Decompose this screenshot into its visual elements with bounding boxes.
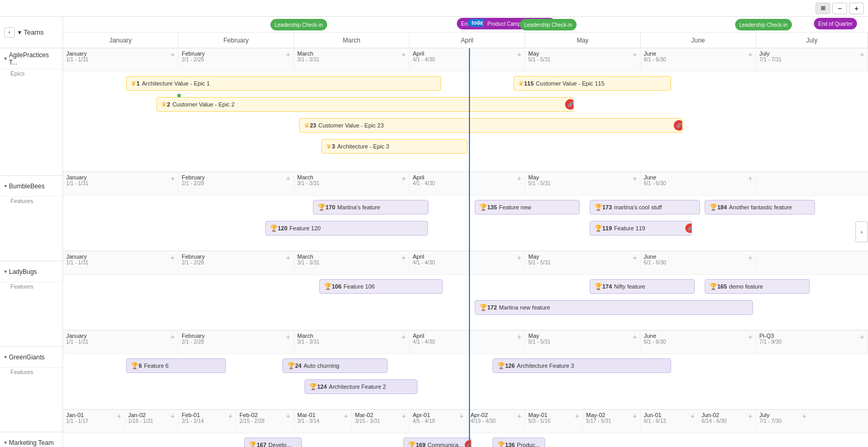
add-mkt-mar01[interactable]: + <box>344 412 348 420</box>
add-mkt-apr02[interactable]: + <box>517 412 521 420</box>
add-jan-button[interactable]: + <box>171 50 175 59</box>
link-icon-169[interactable]: 🔗 <box>465 440 472 447</box>
epic-bar-115[interactable]: ♛ 115 Customer Value - Epic 115 <box>514 76 671 91</box>
sidebar-header: ‹ ▾ Teams <box>0 17 62 48</box>
add-mkt-feb02[interactable]: + <box>286 412 290 420</box>
feature-bar-120[interactable]: 🏆 120 Feature 120 <box>265 221 428 236</box>
nav-left-button[interactable]: ‹ <box>4 27 15 38</box>
feature-bar-165[interactable]: 🏆 165 demo feature <box>705 279 810 294</box>
add-lb-apr[interactable]: + <box>517 253 521 262</box>
add-gg-may[interactable]: + <box>633 333 637 341</box>
agile-section: January 1/1 - 1/31 + February 2/1 - 2/28 <box>63 48 868 172</box>
add-may-button[interactable]: + <box>633 50 637 59</box>
add-gg-jan[interactable]: + <box>171 333 175 341</box>
add-lb-mar[interactable]: + <box>402 253 406 262</box>
add-lb-may[interactable]: + <box>633 253 637 262</box>
add-bb-feb[interactable]: + <box>286 174 290 183</box>
sidebar-item-bumblebees[interactable]: ▾ BumbleBees <box>0 176 62 197</box>
add-jun-button[interactable]: + <box>748 50 752 59</box>
ladybugs-features-area: 🏆 106 Feature 106 🏆 174 Nifty feature <box>63 275 868 330</box>
add-gg-jun[interactable]: + <box>748 333 752 341</box>
epic-bar-23[interactable]: ♛ 23 Customer Value - Epic 23 🔗 <box>299 118 683 133</box>
add-apr-button[interactable]: + <box>517 50 521 59</box>
feature-bar-167[interactable]: 🏆 167 Develo... <box>244 438 302 447</box>
greengiants-section: January1/1 - 1/31 + February2/1 - 2/28 + <box>63 331 868 410</box>
add-mkt-may02[interactable]: + <box>633 412 637 420</box>
add-bb-jan[interactable]: + <box>171 174 175 183</box>
add-mkt-feb01[interactable]: + <box>228 412 233 420</box>
epic-bar-3[interactable]: ♛ 3 Architecture - Epic 3 <box>321 139 467 154</box>
gg-may-cell: May5/1 - 5/31 + <box>525 331 641 354</box>
chevron-down-icon: ▾ <box>4 440 7 445</box>
add-gg-mar[interactable]: + <box>402 333 406 341</box>
timeline-container: ‹ ▾ Teams ▾ AgilePractices T... Epics <box>0 17 868 447</box>
teams-label[interactable]: ▾ Teams <box>18 28 44 36</box>
month-header-jun: June <box>641 33 756 48</box>
add-mar-button[interactable]: + <box>402 50 406 59</box>
add-mkt-jun02[interactable]: + <box>748 412 752 420</box>
add-mkt-jan02[interactable]: + <box>171 412 175 420</box>
grid-view-button[interactable]: ⊞ <box>815 3 830 14</box>
link-icon-119[interactable]: 🔗 <box>685 224 692 233</box>
bumblebees-features-area: 🏆 170 Martina's feature 🏆 135 Feature ne… <box>63 196 868 251</box>
feature-bar-6[interactable]: 🏆 6 Feature 6 <box>126 358 226 373</box>
add-gg-pi[interactable]: + <box>860 333 864 341</box>
feature-bar-184[interactable]: 🏆 184 Another fantastic feature <box>705 200 815 215</box>
zoom-in-button[interactable]: + <box>849 3 864 14</box>
feature-bar-169[interactable]: 🏆 169 Communica... 🔗 <box>403 438 472 447</box>
link-icon-epic23[interactable]: 🔗 <box>674 120 683 131</box>
agile-jun-cell: June 6/1 - 6/30 + <box>641 48 756 71</box>
gg-pi-cell: Pi-Q37/1 - 9/30 + <box>756 331 868 354</box>
add-mkt-may01[interactable]: + <box>575 412 579 420</box>
feature-bar-135[interactable]: 🏆 135 Feature new <box>475 200 580 215</box>
epic-bar-2[interactable]: ♛ 2 Customer Value - Epic 2 🔗 <box>156 97 574 112</box>
feature-bar-174[interactable]: 🏆 174 Nifty feature <box>590 279 695 294</box>
add-bb-apr[interactable]: + <box>517 174 521 183</box>
feature-bar-172[interactable]: 🏆 172 Martina new feature <box>475 300 753 315</box>
event-leadership-checkin-apr: Leadership Check-in <box>520 19 577 30</box>
add-mkt-mar02[interactable]: + <box>402 412 406 420</box>
epic-bar-1[interactable]: ♛ 1 Architecture Value - Epic 1 <box>126 76 441 91</box>
nav-right-button[interactable]: › <box>855 221 868 242</box>
lb-feb-cell: February2/1 - 2/28 + <box>179 251 294 274</box>
team-group-greengiants: ▾ GreenGiants Features <box>0 347 62 377</box>
sidebar-item-ladybugs[interactable]: ▾ LadyBugs <box>0 261 62 282</box>
timeline-scroll[interactable]: Leadership Check-in End of Quarter today… <box>63 17 868 447</box>
sidebar-item-marketing[interactable]: ▾ Marketing Team <box>0 432 62 447</box>
feature-bar-136[interactable]: 🏆 136 Produc... <box>493 438 545 447</box>
add-lb-jun[interactable]: + <box>748 253 752 262</box>
add-mkt-apr01[interactable]: + <box>459 412 464 420</box>
add-lb-feb[interactable]: + <box>286 253 290 262</box>
add-mkt-jan01[interactable]: + <box>117 412 121 420</box>
add-mkt-jul[interactable]: + <box>802 412 807 420</box>
agile-sub-label: Epics <box>0 69 62 79</box>
agile-jul-cell: July 7/1 - 7/31 + <box>756 48 868 71</box>
event-end-of-quarter-jun: End of Quarter <box>814 18 857 29</box>
sidebar-item-agile[interactable]: ▾ AgilePractices T... <box>0 48 62 69</box>
feature-bar-24[interactable]: 🏆 24 Auto churning <box>283 358 388 373</box>
ladybugs-section: January1/1 - 1/31 + February2/1 - 2/28 + <box>63 251 868 331</box>
month-header-may: May <box>525 33 641 48</box>
add-feb-button[interactable]: + <box>286 50 290 59</box>
add-gg-apr[interactable]: + <box>517 333 521 341</box>
feature-bar-173[interactable]: 🏆 173 martina's cool stuff <box>590 200 700 215</box>
add-gg-feb[interactable]: + <box>286 333 290 341</box>
add-bb-jun[interactable]: + <box>748 174 752 183</box>
month-header-feb: February <box>179 33 294 48</box>
feature-bar-126[interactable]: 🏆 126 Architecture Feature 3 <box>493 358 671 373</box>
sidebar-item-greengiants[interactable]: ▾ GreenGiants <box>0 347 62 368</box>
feature-bar-124[interactable]: 🏆 124 Architecture Feature 2 <box>305 379 417 394</box>
add-mkt-jun01[interactable]: + <box>691 412 695 420</box>
link-icon-epic2[interactable]: 🔗 <box>565 99 574 110</box>
chevron-down-icon: ▾ <box>4 183 7 189</box>
zoom-out-button[interactable]: − <box>832 3 847 14</box>
add-bb-may[interactable]: + <box>633 174 637 183</box>
add-lb-jan[interactable]: + <box>171 253 175 262</box>
bumblebees-section: January1/1 - 1/31 + February2/1 - 2/28 + <box>63 172 868 251</box>
trophy-icon: 🏆 <box>270 225 278 232</box>
add-bb-mar[interactable]: + <box>402 174 406 183</box>
feature-bar-119[interactable]: 🏆 119 Feature 119 🔗 <box>590 221 692 236</box>
feature-bar-106[interactable]: 🏆 106 Feature 106 <box>319 279 443 294</box>
add-jul-button[interactable]: + <box>860 50 864 59</box>
feature-bar-170[interactable]: 🏆 170 Martina's feature <box>313 200 428 215</box>
